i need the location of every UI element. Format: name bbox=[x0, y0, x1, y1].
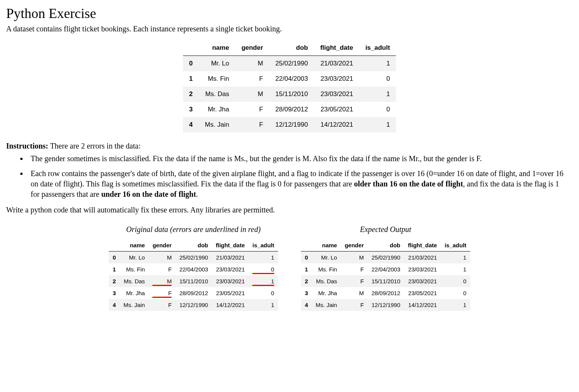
table-corner bbox=[301, 239, 312, 252]
column-header-gender: gender bbox=[341, 239, 368, 252]
cell-name: Ms. Jain bbox=[312, 299, 341, 311]
table-row: 2Ms. DasM15/11/201023/03/20211 bbox=[183, 87, 396, 102]
table-row: 2Ms. DasM15/11/201023/03/20211 bbox=[109, 275, 278, 287]
cell-gender: F bbox=[149, 263, 175, 275]
error-item-2: Each row contains the passenger's date o… bbox=[28, 168, 573, 199]
table-row: 3Mr. JhaF28/09/201223/05/20210 bbox=[109, 287, 278, 299]
cell-value: 0 bbox=[445, 278, 466, 284]
cell-is_adult: 1 bbox=[441, 263, 470, 275]
cell-value: Ms. Das bbox=[205, 90, 229, 98]
cell-name: Ms. Jain bbox=[199, 117, 235, 132]
cell-dob: 28/09/2012 bbox=[269, 102, 314, 117]
column-header-gender: gender bbox=[149, 239, 175, 252]
row-index: 4 bbox=[301, 299, 312, 311]
cell-flight_date: 23/05/2021 bbox=[212, 287, 249, 299]
cell-value: 23/03/2021 bbox=[216, 266, 245, 273]
cell-value: 0 bbox=[445, 290, 466, 296]
cell-value: F bbox=[241, 121, 263, 129]
cell-value: M bbox=[345, 254, 364, 261]
cell-value: 21/03/2021 bbox=[320, 60, 353, 67]
cell-value: F bbox=[345, 278, 364, 284]
cell-value: Mr. Jha bbox=[124, 290, 145, 296]
row-index: 0 bbox=[109, 252, 119, 264]
cell-gender: M bbox=[235, 56, 269, 72]
column-header-is_adult: is_adult bbox=[249, 239, 278, 252]
cell-is_adult: 1 bbox=[441, 299, 470, 311]
column-header-dob: dob bbox=[368, 239, 404, 252]
cell-value: 15/11/2010 bbox=[371, 278, 400, 284]
table-row: 3Mr. JhaF28/09/201223/05/20210 bbox=[183, 102, 396, 117]
cell-value: 23/03/2021 bbox=[320, 90, 353, 98]
column-header-flight_date: flight_date bbox=[314, 40, 359, 56]
cell-is_adult: 0 bbox=[249, 287, 278, 299]
row-index: 2 bbox=[183, 87, 199, 102]
cell-value: 12/12/1990 bbox=[179, 302, 208, 308]
cell-gender: M bbox=[341, 252, 368, 264]
cell-name: Ms. Fin bbox=[120, 263, 149, 275]
page-title: Python Exercise bbox=[6, 5, 573, 21]
instructions-lead: Instructions: There are 2 errors in the … bbox=[6, 142, 573, 150]
cell-name: Mr. Lo bbox=[120, 252, 149, 264]
cell-name: Ms. Das bbox=[120, 275, 149, 287]
cell-gender: F bbox=[341, 299, 368, 311]
cell-value: M bbox=[241, 60, 263, 67]
table-row: 0Mr. LoM25/02/199021/03/20211 bbox=[183, 56, 396, 72]
cell-gender: F bbox=[341, 275, 368, 287]
table-row: 4Ms. JainF12/12/199014/12/20211 bbox=[301, 299, 470, 311]
cell-value: 21/03/2021 bbox=[408, 254, 437, 261]
cell-value: Mr. Jha bbox=[316, 290, 337, 296]
cell-value: 22/04/2003 bbox=[275, 75, 308, 83]
cell-value: F bbox=[152, 290, 172, 296]
cell-value: 28/09/2012 bbox=[179, 290, 208, 296]
cell-value: F bbox=[152, 266, 172, 273]
cell-value: 14/12/2021 bbox=[320, 121, 353, 129]
cell-value: 15/11/2010 bbox=[179, 278, 208, 284]
cell-value: 12/12/1990 bbox=[371, 302, 400, 308]
cell-value: Mr. Lo bbox=[316, 254, 337, 261]
cell-value: F bbox=[241, 106, 263, 113]
row-index: 4 bbox=[109, 299, 119, 311]
comparison-section: Original data (errors are underlined in … bbox=[6, 225, 573, 311]
cell-dob: 25/02/1990 bbox=[269, 56, 314, 72]
table-corner bbox=[183, 40, 199, 56]
intro-text: A dataset contains flight ticket booking… bbox=[6, 24, 573, 33]
cell-value: 23/03/2021 bbox=[408, 278, 437, 284]
row-index: 2 bbox=[301, 275, 312, 287]
cell-dob: 15/11/2010 bbox=[368, 275, 404, 287]
cell-value: 0 bbox=[252, 266, 274, 273]
cell-value: 1 bbox=[252, 278, 274, 284]
cell-value: 25/02/1990 bbox=[179, 254, 208, 261]
cell-dob: 15/11/2010 bbox=[175, 275, 212, 287]
cell-value: 28/09/2012 bbox=[371, 290, 400, 296]
cell-value: 23/05/2021 bbox=[320, 106, 353, 113]
bullet2-part-d: under 16 on the date of flight bbox=[101, 190, 196, 198]
cell-value: 14/12/2021 bbox=[216, 302, 245, 308]
cell-value: 1 bbox=[445, 302, 466, 308]
cell-value: Ms. Jain bbox=[316, 302, 337, 308]
column-header-name: name bbox=[120, 239, 149, 252]
instructions-rest: There are 2 errors in the data: bbox=[48, 142, 141, 150]
row-index: 3 bbox=[109, 287, 119, 299]
cell-value: 1 bbox=[365, 90, 390, 98]
row-index: 0 bbox=[301, 252, 312, 264]
column-header-name: name bbox=[199, 40, 235, 56]
cell-flight_date: 21/03/2021 bbox=[404, 252, 441, 264]
table-corner bbox=[109, 239, 119, 252]
error-item-1: The gender sometimes is misclassified. F… bbox=[28, 154, 573, 164]
cell-flight_date: 23/03/2021 bbox=[314, 87, 359, 102]
cell-gender: F bbox=[341, 263, 368, 275]
table-row: 0Mr. LoM25/02/199021/03/20211 bbox=[109, 252, 278, 264]
original-column: Original data (errors are underlined in … bbox=[109, 225, 278, 311]
cell-value: 23/05/2021 bbox=[216, 290, 245, 296]
cell-value: 15/11/2010 bbox=[275, 90, 308, 98]
cell-name: Mr. Jha bbox=[199, 102, 235, 117]
expected-caption: Expected Output bbox=[360, 225, 411, 234]
bullet2-part-b: older than 16 on the date of flight bbox=[354, 180, 463, 188]
cell-value: Ms. Jain bbox=[205, 121, 229, 129]
cell-dob: 12/12/1990 bbox=[269, 117, 314, 132]
cell-value: F bbox=[152, 302, 172, 308]
table-row: 4Ms. JainF12/12/199014/12/20211 bbox=[109, 299, 278, 311]
cell-gender: F bbox=[235, 102, 269, 117]
cell-name: Mr. Jha bbox=[312, 287, 341, 299]
cell-value: Ms. Fin bbox=[124, 266, 145, 273]
